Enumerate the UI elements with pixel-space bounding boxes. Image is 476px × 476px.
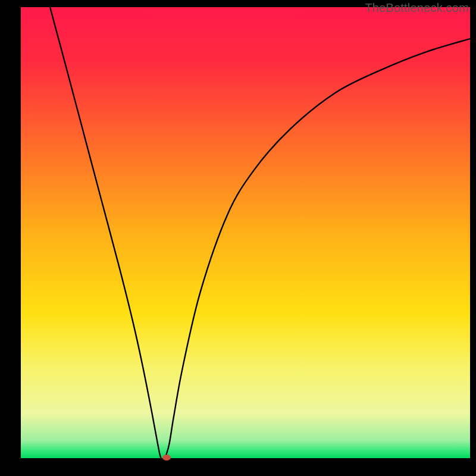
bottleneck-curve [21, 7, 470, 458]
chart-frame [21, 7, 470, 458]
watermark-text: TheBottleneck.com [365, 1, 469, 15]
plot-area [21, 7, 470, 458]
optimum-marker [162, 455, 171, 461]
